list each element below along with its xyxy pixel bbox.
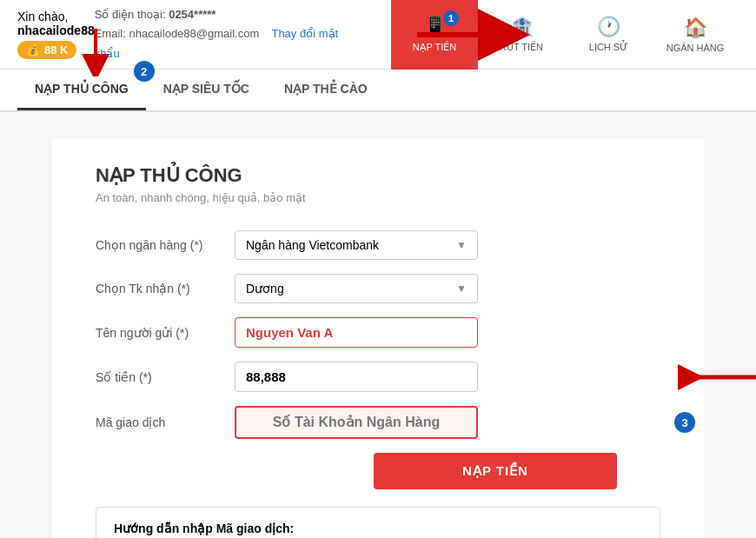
bank-select[interactable]: Ngân hàng Vietcombank ▼: [235, 230, 478, 260]
amount-label: Số tiền (*): [96, 370, 235, 384]
account-select[interactable]: Dương ▼: [235, 274, 478, 303]
nav-item-lich-su[interactable]: 🕐 LỊCH SỬ: [565, 0, 652, 70]
instructions: Hướng dẫn nhập Mã giao dịch: 👍 Nếu bạn c…: [96, 507, 660, 538]
coin-icon: 💰: [26, 43, 40, 56]
instructions-title: Hướng dẫn nhập Mã giao dịch:: [114, 521, 642, 535]
bank-row: Chọn ngân hàng (*) Ngân hàng Vietcombank…: [96, 230, 660, 260]
account-label: Chọn Tk nhận (*): [96, 282, 235, 296]
balance-badge: 💰 88 K: [17, 41, 76, 59]
username: nhacailode88: [17, 23, 95, 37]
transaction-row: Mã giao dịch 3: [96, 406, 660, 439]
form-subtitle: An toàn, nhanh chóng, hiệu quả, bảo mật: [96, 191, 660, 204]
amount-input-wrapper: [235, 362, 478, 392]
subnav-the-cao[interactable]: NẠP THẺ CÀO: [267, 70, 385, 110]
account-row: Chọn Tk nhận (*) Dương ▼: [96, 274, 660, 303]
submit-wrapper: NẠP TIỀN: [235, 453, 660, 489]
account-selected-value: Dương: [246, 282, 284, 296]
arrow-to-amount: [678, 360, 756, 395]
nav-icons: 1 📱 NẠP TIỀN 🏦 RÚT TIỀN 🕐 LỊCH SỬ 🏠 NGÂN…: [391, 0, 739, 70]
subnav-thu-cong[interactable]: NẠP THỦ CÔNG 2: [17, 70, 146, 110]
main-content: NẠP THỦ CÔNG An toàn, nhanh chóng, hiệu …: [0, 112, 756, 538]
user-info: Xin chào, nhacailode88 💰 88 K: [17, 10, 95, 59]
nav-label-rut-tien: RÚT TIỀN: [500, 42, 543, 53]
nav-item-rut-tien[interactable]: 🏦 RÚT TIỀN: [478, 0, 565, 70]
sender-input[interactable]: [246, 325, 467, 340]
sender-row: Tên người gửi (*): [96, 317, 660, 348]
form-title: NẠP THỦ CÔNG: [96, 164, 660, 187]
nav-label-ngan-hang: NGÂN HÀNG: [666, 43, 725, 53]
form-wrapper: NẠP THỦ CÔNG An toàn, nhanh chóng, hiệu …: [52, 138, 704, 538]
header: Xin chào, nhacailode88 💰 88 K Số điện th…: [0, 0, 756, 70]
transaction-input[interactable]: [247, 415, 466, 430]
nav-badge-1: 1: [443, 10, 459, 26]
lich-su-icon: 🕐: [597, 16, 620, 38]
nav-item-nap-tien[interactable]: 1 📱 NẠP TIỀN: [391, 0, 478, 70]
sub-nav: NẠP THỦ CÔNG 2 NẠP SIÊU TỐC NẠP THẺ CÀO: [0, 70, 756, 112]
contact-info: Số điện thoại: 0254***** Email: nhacailo…: [95, 5, 365, 63]
amount-input[interactable]: [246, 369, 467, 384]
nav-label-nap-tien: NẠP TIỀN: [413, 42, 457, 53]
sender-input-wrapper: [235, 317, 478, 348]
submit-button[interactable]: NẠP TIỀN: [374, 453, 617, 489]
greeting: Xin chào, nhacailode88: [17, 10, 95, 37]
nav-label-lich-su: LỊCH SỬ: [589, 42, 627, 53]
chevron-down-icon-2: ▼: [456, 282, 467, 295]
sender-label: Tên người gửi (*): [96, 326, 235, 340]
badge-3: 3: [674, 412, 695, 433]
nav-item-ngan-hang[interactable]: 🏠 NGÂN HÀNG: [652, 0, 739, 70]
amount-row: Số tiền (*): [96, 362, 660, 392]
chevron-down-icon: ▼: [456, 239, 467, 251]
subnav-sieu-toc[interactable]: NẠP SIÊU TỐC: [146, 70, 267, 110]
ngan-hang-icon: 🏠: [684, 17, 707, 39]
transaction-input-wrapper: [235, 406, 478, 439]
transaction-label: Mã giao dịch: [96, 415, 235, 429]
bank-selected-value: Ngân hàng Vietcombank: [246, 238, 379, 252]
bank-label: Chọn ngân hàng (*): [96, 238, 235, 252]
rut-tien-icon: 🏦: [510, 16, 534, 38]
